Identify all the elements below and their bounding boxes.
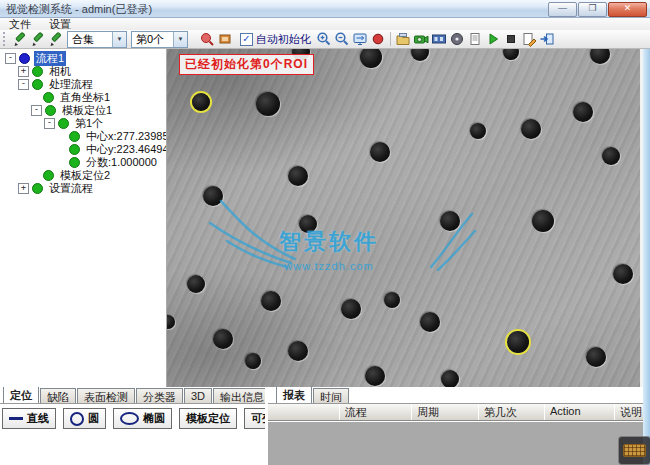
hole bbox=[503, 49, 519, 60]
fit-screen-icon[interactable] bbox=[351, 31, 369, 48]
tree-node-icon bbox=[58, 118, 69, 129]
chevron-down-icon[interactable]: ▼ bbox=[173, 32, 187, 47]
red-locate-icon[interactable] bbox=[198, 31, 216, 48]
hole bbox=[586, 347, 606, 367]
tab-locate[interactable]: 定位 bbox=[3, 387, 39, 403]
deformable-template-button[interactable]: 可变形模板 bbox=[244, 408, 265, 429]
circle-tool-button[interactable]: 圆 bbox=[63, 408, 106, 429]
auto-init-checkbox[interactable]: ✓ bbox=[240, 33, 253, 46]
hole bbox=[470, 123, 486, 139]
hole bbox=[288, 166, 308, 186]
tab-output-info[interactable]: 输出信息 bbox=[213, 388, 265, 403]
draw-pen-icon-2[interactable] bbox=[29, 31, 47, 48]
tree-node-icon bbox=[43, 92, 54, 103]
hole bbox=[256, 92, 280, 116]
roi-index-combobox[interactable]: 第0个▼ bbox=[131, 31, 188, 48]
window-title: 视觉检测系统 - admin(已登录) bbox=[6, 2, 152, 17]
tree-node-icon bbox=[45, 105, 56, 116]
ellipse-shape-icon bbox=[120, 412, 139, 425]
hole bbox=[370, 142, 390, 162]
title-bar: 视觉检测系统 - admin(已登录) — ❐ ✕ bbox=[0, 0, 650, 18]
hole bbox=[365, 366, 385, 386]
hole bbox=[261, 291, 281, 311]
keyboard-icon bbox=[623, 444, 646, 457]
tab-time[interactable]: 时间 bbox=[313, 388, 349, 403]
report-table-body bbox=[268, 421, 643, 465]
button-label: 模板定位 bbox=[186, 411, 230, 426]
maximize-button[interactable]: ❐ bbox=[578, 2, 607, 17]
hole bbox=[532, 210, 554, 232]
hole bbox=[360, 49, 382, 68]
status-message: 已经初始化第0个ROI bbox=[179, 54, 314, 75]
tab-classifier[interactable]: 分类器 bbox=[136, 388, 183, 403]
tab-surface-inspect[interactable]: 表面检测 bbox=[77, 388, 135, 403]
line-shape-icon bbox=[9, 417, 23, 420]
close-button[interactable]: ✕ bbox=[608, 2, 647, 17]
hole bbox=[384, 292, 400, 308]
zoom-in-icon[interactable] bbox=[315, 31, 333, 48]
hole bbox=[299, 215, 317, 233]
hole bbox=[288, 341, 308, 361]
run-icon[interactable] bbox=[484, 31, 502, 48]
tree-node-icon bbox=[32, 66, 43, 77]
tab-3d[interactable]: 3D bbox=[184, 388, 212, 403]
minimize-button[interactable]: — bbox=[548, 2, 577, 17]
right-edge-strip bbox=[643, 49, 650, 465]
button-label: 椭圆 bbox=[143, 411, 165, 426]
camera-capture-icon[interactable] bbox=[412, 31, 430, 48]
tree-node-icon bbox=[32, 79, 43, 90]
save-icon[interactable] bbox=[448, 31, 466, 48]
watermark-left-wing-icon bbox=[207, 197, 299, 277]
tree-toggle-icon[interactable]: - bbox=[44, 118, 55, 129]
collection-combobox[interactable]: 合集▼ bbox=[67, 31, 127, 48]
draw-pen-icon-1[interactable] bbox=[11, 31, 29, 48]
tree-node-icon bbox=[32, 183, 43, 194]
tree-toggle-icon[interactable]: - bbox=[31, 105, 42, 116]
column-header-流程: 流程 bbox=[340, 404, 412, 420]
column-header-blank bbox=[268, 404, 340, 420]
auto-init-label: 自动初始化 bbox=[256, 32, 311, 47]
tree-node-icon bbox=[69, 144, 80, 155]
hole bbox=[213, 329, 233, 349]
report-tab-bar: 报表时间 bbox=[268, 387, 643, 404]
hole bbox=[441, 370, 459, 387]
toolbar-grip bbox=[3, 32, 8, 46]
tree-toggle-icon[interactable]: + bbox=[18, 183, 29, 194]
button-label: 可变形模板 bbox=[251, 411, 265, 426]
column-header-周期: 周期 bbox=[412, 404, 479, 420]
tab-report[interactable]: 报表 bbox=[276, 387, 312, 403]
draw-pen-icon-3[interactable] bbox=[47, 31, 65, 48]
tree-toggle-icon[interactable]: - bbox=[5, 53, 16, 64]
tree-node-icon bbox=[69, 157, 80, 168]
export-icon[interactable] bbox=[538, 31, 556, 48]
circle-shape-icon bbox=[70, 412, 84, 426]
tree-node-icon bbox=[69, 131, 80, 142]
report-panel: 报表时间 流程周期第几次Action说明 bbox=[268, 387, 643, 465]
edit-flow-icon[interactable] bbox=[520, 31, 538, 48]
watermark-text: 智景软件 www.tzzdh.com bbox=[279, 227, 379, 272]
hole bbox=[602, 147, 620, 165]
tree-node-10[interactable]: +设置流程 bbox=[0, 182, 166, 195]
record-icon[interactable] bbox=[369, 31, 387, 48]
tree-toggle-icon[interactable]: - bbox=[18, 79, 29, 90]
hole-highlighted bbox=[507, 331, 529, 353]
ellipse-tool-button[interactable]: 椭圆 bbox=[113, 408, 172, 429]
tree-toggle-icon[interactable]: + bbox=[18, 66, 29, 77]
tab-defect[interactable]: 缺陷 bbox=[40, 388, 76, 403]
report-doc-icon[interactable] bbox=[466, 31, 484, 48]
open-image-icon[interactable] bbox=[394, 31, 412, 48]
chevron-down-icon[interactable]: ▼ bbox=[112, 32, 126, 47]
tree-node-label[interactable]: 设置流程 bbox=[47, 181, 95, 196]
line-tool-button[interactable]: 直线 bbox=[2, 408, 56, 429]
app-window: 视觉检测系统 - admin(已登录) — ❐ ✕ 文件 设置 合集▼第0个▼✓… bbox=[0, 0, 650, 465]
on-screen-keyboard-button[interactable] bbox=[618, 436, 650, 465]
button-label: 圆 bbox=[88, 411, 99, 426]
stop-icon[interactable] bbox=[502, 31, 520, 48]
hole bbox=[187, 275, 205, 293]
tree-node-0[interactable]: -流程1 bbox=[0, 52, 166, 65]
calibrate-icon[interactable] bbox=[216, 31, 234, 48]
template-locate-button[interactable]: 模板定位 bbox=[179, 408, 237, 429]
image-viewer[interactable]: 智景软件 www.tzzdh.com 已经初始化第0个ROI bbox=[167, 49, 643, 387]
zoom-out-icon[interactable] bbox=[333, 31, 351, 48]
continuous-grab-icon[interactable] bbox=[430, 31, 448, 48]
